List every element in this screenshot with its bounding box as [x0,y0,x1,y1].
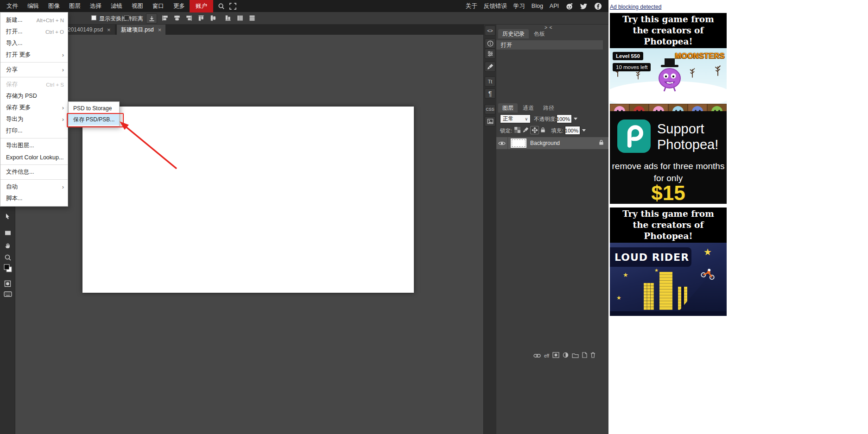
facebook-icon[interactable] [594,2,602,10]
submenu-item-save-psd-psb[interactable]: 保存 PSD/PSB... [69,114,119,125]
delete-layer-icon[interactable] [590,352,596,360]
ad-header-line2: the creators of Photopea! [610,25,727,47]
opacity-dropdown-arrow[interactable] [574,118,577,120]
menu-item-automate[interactable]: 自动 [0,181,68,193]
menubar-item-select[interactable]: 选择 [85,0,106,13]
menu-item-script[interactable]: 脚本... [0,193,68,204]
canvas[interactable] [82,107,414,293]
layer-visibility-eye-icon[interactable] [496,137,508,149]
layer-thumbnail[interactable] [511,138,526,148]
history-entry-open[interactable]: 打开 [496,40,603,50]
screen: 文件 编辑 图像 图层 选择 滤镜 视图 窗口 更多 账户 关于 反馈错误 学习… [0,0,868,434]
download-icon[interactable] [146,13,157,24]
tab-history[interactable]: 历史记录 [498,29,529,38]
lock-pixels-icon[interactable] [522,126,530,133]
lock-position-icon[interactable] [530,126,539,134]
align-center-h-icon[interactable] [173,14,181,22]
menubar-item-window[interactable]: 窗口 [148,0,169,13]
menu-item-save-more[interactable]: 保存 更多 [0,102,68,113]
submenu-item-psd-to-storage[interactable]: PSD to Storage [69,103,119,114]
code-panel-icon[interactable]: <> [485,25,495,36]
search-icon[interactable] [218,3,225,10]
layer-row-background[interactable]: Background [496,137,608,149]
menu-separator [0,164,68,165]
menu-item-open-more[interactable]: 打开 更多 [0,49,68,61]
support-body-line1: remove ads for three months [610,161,727,171]
new-layer-icon[interactable] [582,352,587,360]
menu-item-save-as-psd[interactable]: 存储为 PSD [0,90,68,102]
menu-item-new[interactable]: 新建...Alt+Ctrl + N [0,14,68,26]
twitter-icon[interactable] [580,2,588,10]
lock-all-icon[interactable] [539,126,547,133]
align-right-icon[interactable] [185,14,193,22]
link-about[interactable]: 关于 [466,2,477,10]
align-center-v-icon[interactable] [209,14,217,22]
move-tool-icon[interactable] [2,211,13,222]
info-panel-icon[interactable] [485,38,495,49]
align-top-icon[interactable] [197,14,205,22]
menubar-item-image[interactable]: 图像 [44,0,64,13]
hand-tool-icon[interactable] [2,239,13,251]
properties-panel-icon[interactable] [485,49,495,59]
tab-swatches[interactable]: 色板 [530,29,549,38]
ad-blocking-link[interactable]: Ad blocking detected [610,4,661,10]
new-folder-icon[interactable] [572,352,579,360]
align-left-icon[interactable] [161,14,169,22]
tab-channels[interactable]: 通道 [519,103,538,113]
menu-item-print[interactable]: 打印... [0,125,68,137]
rectangle-tool-icon[interactable] [2,227,13,239]
moonsters-ad[interactable]: Try this game from the creators of Photo… [610,13,727,119]
css-panel-icon[interactable]: CSS [485,104,495,114]
menu-item-export-color-lookup[interactable]: Export Color Lookup... [0,151,68,163]
tab-20140149[interactable]: 20140149.psd [63,25,115,35]
menubar-item-more[interactable]: 更多 [169,0,190,13]
fullscreen-icon[interactable] [229,3,236,10]
blend-mode-select[interactable]: 正常 [500,114,531,123]
menu-item-open[interactable]: 打开...Ctrl + O [0,26,68,38]
tab-layers[interactable]: 图层 [498,103,518,113]
menu-item-export-as[interactable]: 导出为 [0,113,68,125]
tab-paths[interactable]: 路径 [539,103,558,113]
cloud-rider-ad[interactable]: Try this game from the creators of Photo… [610,208,727,316]
fill-input[interactable]: 100% [565,126,580,135]
lock-transparency-icon[interactable] [513,126,521,133]
menubar-item-account[interactable]: 账户 [190,0,213,13]
distribute-h-icon[interactable] [236,14,244,22]
support-photopea-ad[interactable]: Support Photopea! remove ads for three m… [610,111,727,204]
menubar-item-layer[interactable]: 图层 [64,0,85,13]
reddit-icon[interactable] [565,2,573,10]
image-panel-icon[interactable] [485,116,495,126]
layers-panel-tabs: 图层 通道 路径 [498,103,558,113]
menu-item-import[interactable]: 导入... [0,38,68,49]
menu-shortcut: Alt+Ctrl + N [37,18,64,23]
menubar-item-filter[interactable]: 滤镜 [106,0,127,13]
link-report-bug[interactable]: 反馈错误 [484,2,507,10]
fill-dropdown-arrow[interactable] [582,129,586,132]
character-panel-icon[interactable]: Tt [485,76,495,87]
link-blog[interactable]: Blog [532,3,543,9]
color-swatches[interactable] [2,262,13,275]
link-api[interactable]: API [550,3,559,9]
link-layers-icon[interactable] [533,352,541,360]
adjustment-layer-icon[interactable] [563,352,569,360]
tab-new-project[interactable]: 新建项目.psd [117,25,165,35]
menubar-item-file[interactable]: 文件 [2,0,23,13]
paragraph-panel-icon[interactable]: ¶ [485,88,495,99]
link-learn[interactable]: 学习 [513,2,525,10]
menu-item-file-info[interactable]: 文件信息... [0,166,68,178]
show-transform-checkbox[interactable] [91,15,96,20]
menubar-item-view[interactable]: 视图 [127,0,148,13]
keyboard-icon[interactable] [2,288,13,300]
opacity-input[interactable]: 100% [557,114,572,123]
distribute-v-icon[interactable] [248,14,256,22]
close-icon[interactable] [158,27,162,33]
menubar-item-edit[interactable]: 编辑 [23,0,44,13]
layer-effects-button[interactable]: eff [544,353,549,359]
menu-item-export-layers[interactable]: 导出图层... [0,140,68,151]
add-mask-icon[interactable] [552,352,559,360]
brush-panel-icon[interactable] [485,62,495,72]
close-icon[interactable] [107,27,111,33]
menu-item-share[interactable]: 分享 [0,64,68,75]
align-bottom-icon[interactable] [224,14,232,22]
distance-checkbox[interactable] [124,15,129,20]
